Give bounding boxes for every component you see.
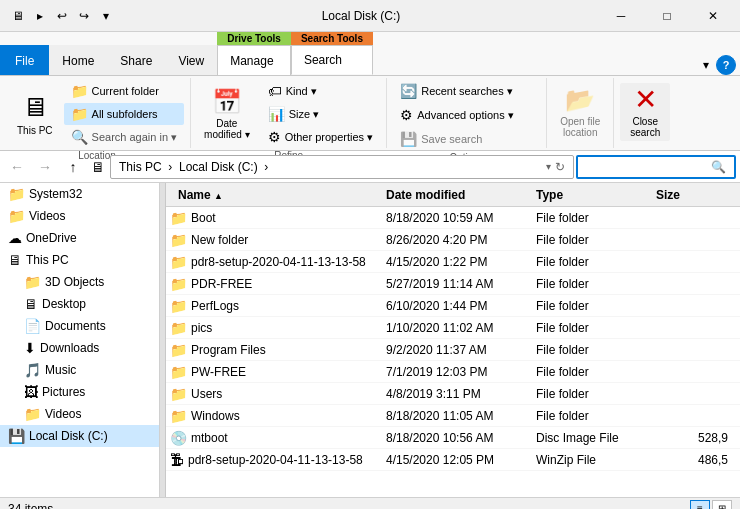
file-date: 8/18/2020 11:05 AM	[386, 409, 536, 423]
tab-search[interactable]: Search	[291, 45, 373, 75]
table-row[interactable]: 📁 Program Files 9/2/2020 11:37 AM File f…	[166, 339, 740, 361]
ribbon-group-options: 🔄 Recent searches ▾ ⚙ Advanced options ▾…	[387, 78, 547, 148]
file-size: 528,9	[656, 431, 736, 445]
tree-label: Music	[45, 363, 76, 377]
all-subfolders-icon: 📁	[71, 106, 88, 122]
sidebar-item[interactable]: 🖥Desktop	[0, 293, 159, 315]
table-row[interactable]: 🗜 pdr8-setup-2020-04-11-13-13-58 4/15/20…	[166, 449, 740, 471]
ribbon-tab-row: File Home Share View Drive Tools Manage …	[0, 32, 740, 76]
table-row[interactable]: 📁 PW-FREE 7/1/2019 12:03 PM File folder	[166, 361, 740, 383]
current-folder-btn[interactable]: 📁 Current folder	[64, 80, 185, 102]
address-dropdown-arrow[interactable]: ▾	[546, 161, 551, 172]
help-btn[interactable]: ?	[716, 55, 736, 75]
back-btn[interactable]: ←	[4, 154, 30, 180]
file-date: 1/10/2020 11:02 AM	[386, 321, 536, 335]
address-bar[interactable]: This PC › Local Disk (C:) › ▾ ↻	[110, 155, 574, 179]
close-search-content: ✕ Closesearch	[620, 80, 670, 144]
tab-view[interactable]: View	[165, 45, 217, 75]
table-row[interactable]: 💿 mtboot 8/18/2020 10:56 AM Disc Image F…	[166, 427, 740, 449]
open-file-group-label	[553, 144, 607, 146]
recent-searches-label: Recent searches ▾	[421, 85, 513, 98]
file-type: WinZip File	[536, 453, 656, 467]
close-search-btn[interactable]: ✕ Closesearch	[620, 83, 670, 141]
file-name: pics	[191, 321, 386, 335]
table-row[interactable]: 📁 Users 4/8/2019 3:11 PM File folder	[166, 383, 740, 405]
tab-file[interactable]: File	[0, 45, 49, 75]
ribbon-collapse-btn[interactable]: ▾	[696, 55, 716, 75]
qat-undo-btn[interactable]: ↩	[52, 6, 72, 26]
file-icon: 📁	[170, 232, 187, 248]
table-row[interactable]: 📁 Windows 8/18/2020 11:05 AM File folder	[166, 405, 740, 427]
search-again-btn[interactable]: 🔍 Search again in ▾	[64, 126, 185, 148]
tree-label: Videos	[45, 407, 81, 421]
quick-access-toolbar: 🖥 ▸ ↩ ↪ ▾	[4, 6, 120, 26]
advanced-options-label: Advanced options ▾	[417, 109, 514, 122]
qat-icon: 🖥	[8, 6, 28, 26]
sidebar-item[interactable]: ☁OneDrive	[0, 227, 159, 249]
ribbon-group-refine: 📅 Datemodified ▾ 🏷 Kind ▾ 📊 Size ▾ ⚙ Oth…	[191, 78, 387, 148]
col-type-header[interactable]: Type	[536, 188, 656, 202]
this-pc-btn[interactable]: 🖥 This PC	[10, 85, 60, 143]
refresh-btn[interactable]: ↻	[555, 160, 565, 174]
maximize-button[interactable]: □	[644, 0, 690, 32]
tree-icon: 🖼	[24, 384, 38, 400]
recent-searches-btn[interactable]: 🔄 Recent searches ▾	[393, 80, 520, 102]
up-btn[interactable]: ↑	[60, 154, 86, 180]
view-tiles-btn[interactable]: ⊞	[712, 500, 732, 510]
qat-redo-btn[interactable]: ↪	[74, 6, 94, 26]
close-button[interactable]: ✕	[690, 0, 736, 32]
table-row[interactable]: 📁 New folder 8/26/2020 4:20 PM File fold…	[166, 229, 740, 251]
sidebar-item[interactable]: 📁System32	[0, 183, 159, 205]
advanced-options-icon: ⚙	[400, 107, 413, 123]
tab-share[interactable]: Share	[107, 45, 165, 75]
sidebar-item[interactable]: 🖥This PC	[0, 249, 159, 271]
refine-sub-buttons: 🏷 Kind ▾ 📊 Size ▾ ⚙ Other properties ▾	[261, 80, 381, 148]
sidebar-item[interactable]: 📁Videos	[0, 205, 159, 227]
navigation-bar: ← → ↑ 🖥 This PC › Local Disk (C:) › ▾ ↻ …	[0, 151, 740, 183]
sidebar-item[interactable]: 📁3D Objects	[0, 271, 159, 293]
sidebar-item[interactable]: 🖼Pictures	[0, 381, 159, 403]
kind-icon: 🏷	[268, 83, 282, 99]
qat-dropdown-btn[interactable]: ▾	[96, 6, 116, 26]
sidebar-item[interactable]: 💾Local Disk (C:)	[0, 425, 159, 447]
close-search-group-label	[620, 144, 670, 146]
forward-btn[interactable]: →	[32, 154, 58, 180]
all-subfolders-btn[interactable]: 📁 All subfolders	[64, 103, 185, 125]
file-type: Disc Image File	[536, 431, 656, 445]
other-properties-btn[interactable]: ⚙ Other properties ▾	[261, 126, 381, 148]
sidebar-item[interactable]: ⬇Downloads	[0, 337, 159, 359]
col-size-header[interactable]: Size	[656, 188, 736, 202]
search-input[interactable]	[586, 160, 707, 174]
qat-properties-btn[interactable]: ▸	[30, 6, 50, 26]
sidebar-item[interactable]: 🎵Music	[0, 359, 159, 381]
table-row[interactable]: 📁 PDR-FREE 5/27/2019 11:14 AM File folde…	[166, 273, 740, 295]
file-icon: 📁	[170, 276, 187, 292]
ribbon-commands: 🖥 This PC 📁 Current folder 📁 All subfold…	[0, 76, 740, 150]
file-type: File folder	[536, 343, 656, 357]
table-row[interactable]: 📁 Boot 8/18/2020 10:59 AM File folder	[166, 207, 740, 229]
view-details-btn[interactable]: ≡	[690, 500, 710, 510]
search-bar[interactable]: 🔍	[576, 155, 736, 179]
advanced-options-btn[interactable]: ⚙ Advanced options ▾	[393, 104, 521, 126]
table-row[interactable]: 📁 pics 1/10/2020 11:02 AM File folder	[166, 317, 740, 339]
minimize-button[interactable]: ─	[598, 0, 644, 32]
file-type: File folder	[536, 365, 656, 379]
tree-icon: ☁	[8, 230, 22, 246]
sidebar-item[interactable]: 📄Documents	[0, 315, 159, 337]
col-name-header[interactable]: Name ▲	[170, 188, 386, 202]
tree-label: This PC	[26, 253, 69, 267]
file-icon: 📁	[170, 298, 187, 314]
size-btn[interactable]: 📊 Size ▾	[261, 103, 381, 125]
sidebar-item[interactable]: 📁Videos	[0, 403, 159, 425]
col-date-header[interactable]: Date modified	[386, 188, 536, 202]
other-properties-label: Other properties ▾	[285, 131, 374, 144]
tab-manage[interactable]: Manage	[217, 45, 291, 75]
table-row[interactable]: 📁 pdr8-setup-2020-04-11-13-13-58 4/15/20…	[166, 251, 740, 273]
table-row[interactable]: 📁 PerfLogs 6/10/2020 1:44 PM File folder	[166, 295, 740, 317]
file-type: File folder	[536, 321, 656, 335]
date-modified-btn[interactable]: 📅 Datemodified ▾	[197, 85, 257, 143]
tab-home[interactable]: Home	[49, 45, 107, 75]
kind-btn[interactable]: 🏷 Kind ▾	[261, 80, 381, 102]
save-search-btn: 💾 Save search	[393, 128, 489, 150]
open-file-location-btn[interactable]: 📂 Open filelocation	[553, 83, 607, 141]
